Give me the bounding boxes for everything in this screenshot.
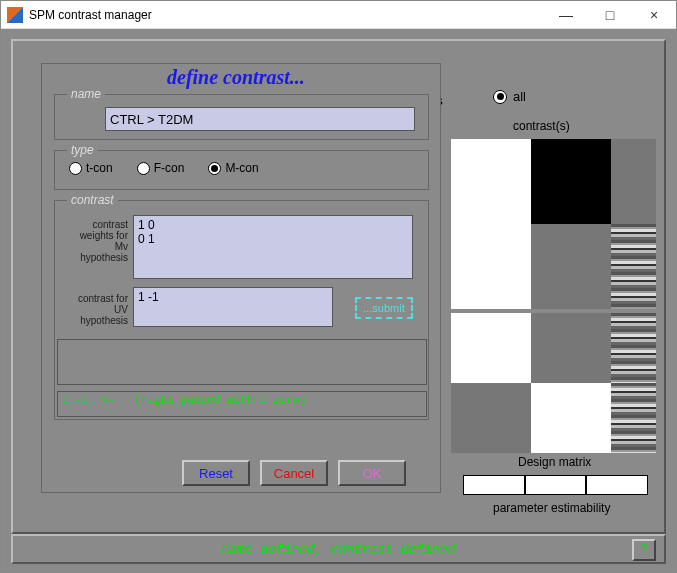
minimize-button[interactable]: —: [544, 1, 588, 28]
param-estim-label: parameter estimability: [493, 501, 610, 515]
close-button[interactable]: ×: [632, 1, 676, 28]
define-heading: define contrast...: [167, 66, 305, 89]
define-contrast-panel: define contrast... name type t-con: [41, 63, 441, 493]
all-radio[interactable]: all: [493, 89, 526, 104]
app-window: SPM contrast manager — □ × asts all cont…: [0, 0, 677, 573]
radio-t-con[interactable]: t-con: [69, 161, 113, 175]
radio-dot-icon: [69, 162, 82, 175]
app-icon: [7, 7, 23, 23]
name-legend: name: [67, 87, 105, 101]
design-matrix-image: [451, 313, 656, 453]
titlebar: SPM contrast manager — □ ×: [1, 1, 676, 29]
uv-weights-label: contrast for UV hypothesis: [68, 293, 128, 326]
message-box-1[interactable]: [57, 339, 427, 385]
type-fieldset: type t-con F-con M-con: [54, 150, 429, 190]
status-panel: name defined, contrast defined ?: [11, 534, 666, 564]
help-button[interactable]: ?: [632, 539, 656, 561]
uv-weights-input[interactable]: 1 -1: [133, 287, 333, 327]
param-estim-boxes: [463, 475, 648, 495]
radio-m-label: M-con: [225, 161, 258, 175]
design-matrix-label: Design matrix: [518, 455, 591, 469]
radio-f-label: F-con: [154, 161, 185, 175]
ok-button[interactable]: OK: [338, 460, 406, 486]
window-title: SPM contrast manager: [29, 8, 544, 22]
name-fieldset: name: [54, 94, 429, 140]
contrast-image: [451, 139, 656, 309]
reset-button[interactable]: Reset: [182, 460, 250, 486]
contrast-name-input[interactable]: [105, 107, 415, 131]
contrasts-label: contrast(s): [513, 119, 570, 133]
client-area: asts all contrast(s): [1, 29, 676, 572]
radio-f-con[interactable]: F-con: [137, 161, 185, 175]
radio-dot-icon: [493, 90, 507, 104]
mv-weights-input[interactable]: 1 0 0 1: [133, 215, 413, 279]
radio-dot-icon: [208, 162, 221, 175]
contrast-legend: contrast: [67, 193, 118, 207]
all-label: all: [513, 89, 526, 104]
radio-t-label: t-con: [86, 161, 113, 175]
maximize-button[interactable]: □: [588, 1, 632, 28]
submit-button[interactable]: ...submit: [355, 297, 413, 319]
type-legend: type: [67, 143, 98, 157]
contrast-fieldset: contrast contrast weights for Mv hypothe…: [54, 200, 429, 420]
radio-m-con[interactable]: M-con: [208, 161, 258, 175]
mv-weights-label: contrast weights for Mv hypothesis: [68, 219, 128, 263]
main-panel: asts all contrast(s): [11, 39, 666, 534]
status-text: name defined, contrast defined: [221, 542, 455, 557]
cancel-button[interactable]: Cancel: [260, 460, 328, 486]
radio-dot-icon: [137, 162, 150, 175]
message-box-2[interactable]: 1 -1 <- (right padded with 1 zero): [57, 391, 427, 417]
